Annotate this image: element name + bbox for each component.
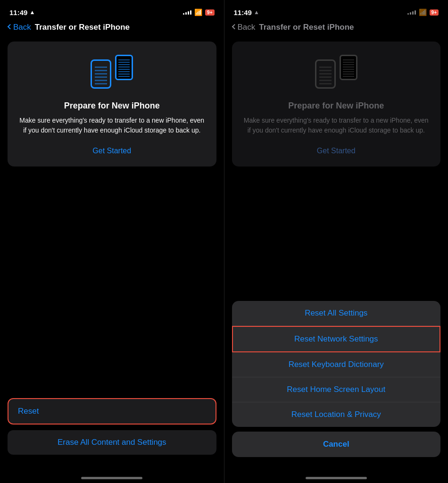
signal-icon-right (407, 10, 416, 15)
phone-icon-right (315, 55, 357, 92)
location-icon-right: ▲ (254, 9, 259, 16)
time-right: 11:49 (234, 8, 252, 17)
phone-small-icon-right (340, 55, 357, 80)
home-indicator-right (306, 477, 367, 479)
back-chevron-right (232, 24, 237, 29)
erase-button[interactable]: Erase All Content and Settings (8, 430, 216, 455)
home-indicator-left (81, 477, 142, 479)
status-bar-left: 11:49 ▲ 📶 9+ (0, 0, 224, 21)
prepare-card-right: Prepare for New iPhone Make sure everyth… (232, 42, 441, 167)
wifi-icon-right: 📶 (419, 8, 427, 16)
back-button-right[interactable]: Back (232, 23, 256, 32)
phone-small-icon-left (115, 55, 133, 80)
signal-icon-left (183, 10, 191, 15)
back-chevron-left (8, 24, 13, 29)
page-title-right: Transfer or Reset iPhone (259, 23, 354, 32)
time-left: 11:49 (9, 8, 27, 17)
phone-big-icon-right (315, 59, 336, 89)
nav-bar-left: Back Transfer or Reset iPhone (0, 21, 224, 36)
status-bar-right: 11:49 ▲ 📶 9+ (224, 0, 448, 21)
card-desc-right: Make sure everything's ready to transfer… (243, 116, 430, 135)
card-title-left: Prepare for New iPhone (64, 101, 160, 111)
reset-menu-item-0[interactable]: Reset All Settings (232, 301, 441, 326)
wifi-icon-left: 📶 (194, 8, 202, 16)
status-icons-left: 📶 9+ (183, 8, 214, 16)
back-button-left[interactable]: Back (8, 23, 31, 32)
back-label-right: Back (238, 23, 256, 32)
status-time-left: 11:49 ▲ (9, 8, 35, 17)
page-title-left: Transfer or Reset iPhone (35, 23, 130, 32)
reset-menu-item-3[interactable]: Reset Home Screen Layout (232, 377, 441, 402)
reset-menu-item-2[interactable]: Reset Keyboard Dictionary (232, 352, 441, 377)
back-label-left: Back (13, 23, 31, 32)
reset-menu-item-1[interactable]: Reset Network Settings (232, 326, 441, 352)
erase-label: Erase All Content and Settings (58, 438, 166, 447)
reset-options-list: Reset All SettingsReset Network Settings… (232, 301, 441, 427)
get-started-btn-right[interactable]: Get Started (317, 145, 356, 157)
battery-badge-right: 9+ (430, 9, 439, 16)
phone-icon-left (91, 55, 133, 92)
nav-bar-right: Back Transfer or Reset iPhone (224, 21, 448, 36)
battery-badge-left: 9+ (205, 9, 214, 16)
cancel-button[interactable]: Cancel (232, 432, 441, 457)
left-phone-screen: 11:49 ▲ 📶 9+ Back Transfer or Reset iPho… (0, 0, 224, 483)
reset-button[interactable]: Reset (8, 398, 216, 425)
get-started-btn-left[interactable]: Get Started (92, 145, 131, 157)
status-time-right: 11:49 ▲ (234, 8, 259, 17)
reset-menu-item-4[interactable]: Reset Location & Privacy (232, 402, 441, 427)
location-icon-left: ▲ (29, 9, 35, 16)
card-title-right: Prepare for New iPhone (288, 101, 384, 111)
phone-big-icon-left (91, 59, 111, 89)
prepare-card-left: Prepare for New iPhone Make sure everyth… (8, 42, 216, 167)
status-icons-right: 📶 9+ (407, 8, 439, 16)
reset-label: Reset (18, 407, 39, 416)
reset-menu: Reset All SettingsReset Network Settings… (232, 301, 441, 457)
card-desc-left: Make sure everything's ready to transfer… (19, 116, 205, 135)
right-phone-screen: 11:49 ▲ 📶 9+ Back Transfer or Reset iPho… (224, 0, 448, 483)
bottom-section-left: Reset Erase All Content and Settings (8, 398, 216, 455)
